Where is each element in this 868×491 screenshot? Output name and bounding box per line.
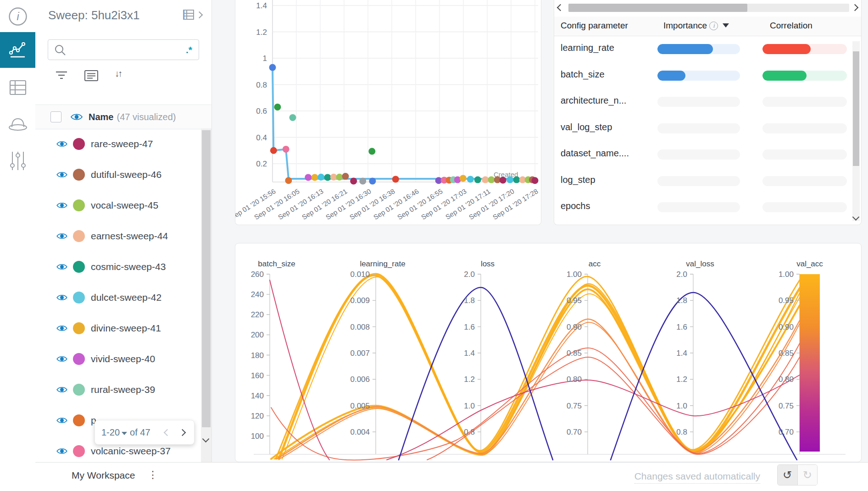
horizontal-scrollbar[interactable]	[568, 4, 849, 12]
next-page-button[interactable]	[179, 429, 186, 436]
redo-button[interactable]: ↻	[798, 465, 818, 485]
svg-text:0.95: 0.95	[779, 296, 794, 305]
pagination-pill: 1-20 of 47	[95, 420, 195, 445]
importance-row[interactable]: architecture_n...	[554, 88, 852, 115]
info-nav-button[interactable]: i	[0, 0, 35, 33]
importance-row[interactable]: dataset_name....	[554, 141, 852, 168]
kebab-menu-icon[interactable]: ⋮	[148, 469, 158, 481]
eye-icon[interactable]	[56, 140, 68, 148]
eye-icon[interactable]	[56, 263, 68, 271]
charts-nav-button[interactable]	[0, 32, 35, 68]
open-runs-table-button[interactable]	[183, 9, 202, 20]
run-name[interactable]: divine-sweep-41	[91, 323, 161, 334]
correlation-column-label[interactable]: Correlation	[770, 21, 812, 31]
run-name[interactable]: rural-sweep-39	[91, 384, 155, 395]
run-name[interactable]: earnest-sweep-44	[91, 231, 168, 242]
svg-text:2.0: 2.0	[676, 270, 687, 279]
eye-icon[interactable]	[56, 324, 68, 332]
config-parameter-column-label: Config parameter	[561, 21, 628, 31]
svg-text:240: 240	[251, 290, 264, 299]
correlation-bar-track	[762, 149, 847, 160]
eye-icon[interactable]	[56, 232, 68, 240]
eye-icon[interactable]	[56, 201, 68, 210]
run-row[interactable]: dulcet-sweep-42	[35, 282, 200, 313]
group-list-icon[interactable]	[84, 70, 98, 82]
importance-column-label[interactable]: Importance i	[663, 21, 729, 31]
run-name[interactable]: dutiful-sweep-46	[91, 169, 161, 180]
eye-icon[interactable]	[56, 355, 68, 363]
run-row[interactable]: vivid-sweep-40	[35, 343, 200, 374]
parameter-name: architecture_n...	[561, 95, 626, 106]
svg-text:0.8: 0.8	[464, 428, 475, 436]
hscroll-right-icon[interactable]	[851, 4, 859, 11]
search-icon	[54, 44, 66, 56]
regex-toggle[interactable]: .*	[186, 44, 192, 55]
sort-icon[interactable]: ↓↑	[115, 68, 121, 79]
parallel-coordinates-chart[interactable]: 260240220200180160140120100batch_size0.0…	[235, 243, 861, 462]
svg-text:1.2: 1.2	[464, 375, 475, 384]
eye-icon[interactable]	[56, 293, 68, 302]
run-name[interactable]: volcanic-sweep-37	[91, 446, 171, 457]
importance-row[interactable]: val_log_step	[554, 115, 852, 142]
run-row[interactable]: earnest-sweep-44	[35, 221, 200, 251]
sweep-title: Sweep: 5hu2i3x1	[48, 8, 139, 22]
table-nav-button[interactable]	[0, 70, 35, 105]
scrollbar-thumb[interactable]	[568, 4, 747, 12]
importance-row[interactable]: epochs	[554, 194, 852, 221]
info-icon[interactable]: i	[709, 22, 718, 30]
scrollbar-thumb[interactable]	[202, 130, 211, 427]
eye-icon[interactable]	[56, 171, 68, 179]
parameter-name: log_step	[561, 175, 595, 185]
eye-icon[interactable]	[56, 386, 68, 394]
svg-text:200: 200	[251, 331, 264, 339]
parameter-name: val_log_step	[561, 122, 612, 132]
run-row[interactable]: vocal-sweep-45	[35, 190, 200, 221]
scroll-down-icon[interactable]	[202, 436, 210, 443]
prev-page-button[interactable]	[164, 429, 171, 436]
select-all-checkbox[interactable]	[50, 111, 61, 122]
eye-icon[interactable]	[56, 416, 68, 425]
run-name[interactable]: rare-sweep-47	[91, 138, 153, 149]
page-range[interactable]: 1-20	[101, 427, 120, 438]
visibility-all-eye-icon[interactable]	[70, 112, 83, 121]
svg-text:0.8: 0.8	[256, 81, 267, 89]
svg-text:180: 180	[251, 351, 264, 360]
sweeps-nav-button[interactable]	[0, 106, 35, 142]
run-list-scrollbar[interactable]	[201, 128, 211, 462]
run-search-input[interactable]: .*	[48, 39, 199, 60]
hscroll-left-icon[interactable]	[557, 4, 564, 11]
svg-text:1.4: 1.4	[464, 349, 475, 358]
page-total: of 47	[130, 427, 150, 438]
importance-row[interactable]: batch_size	[554, 62, 852, 89]
undo-button[interactable]: ↺	[778, 465, 798, 485]
run-row[interactable]: cosmic-sweep-43	[35, 251, 200, 282]
undo-redo-group: ↺ ↻	[777, 464, 818, 485]
run-name[interactable]: dulcet-sweep-42	[91, 292, 161, 303]
run-row[interactable]: rare-sweep-47	[35, 128, 200, 159]
svg-text:260: 260	[251, 270, 264, 279]
runs-scatter-chart[interactable]: 1.41.210.80.60.40.2Sep 01 '20 15:56Sep 0…	[235, 0, 541, 225]
run-row[interactable]: rural-sweep-39	[35, 374, 200, 405]
svg-text:100: 100	[251, 432, 264, 441]
svg-text:0.008: 0.008	[350, 323, 370, 331]
svg-text:0.005: 0.005	[350, 402, 370, 410]
importance-row[interactable]: learning_rate	[554, 36, 852, 62]
run-row[interactable]: divine-sweep-41	[35, 313, 200, 343]
run-name[interactable]: vocal-sweep-45	[91, 200, 158, 211]
vertical-scrollbar[interactable]	[852, 41, 860, 221]
importance-row[interactable]: log_step	[554, 168, 852, 194]
scrollbar-thumb[interactable]	[853, 51, 859, 166]
eye-icon[interactable]	[56, 447, 68, 455]
page-size-caret-icon[interactable]	[122, 432, 127, 435]
correlation-bar	[762, 44, 811, 54]
correlation-bar	[762, 71, 807, 81]
run-name[interactable]: vivid-sweep-40	[91, 353, 155, 364]
filter-icon[interactable]	[55, 70, 68, 81]
settings-nav-button[interactable]	[0, 143, 35, 179]
run-row[interactable]: dutiful-sweep-46	[35, 159, 200, 190]
run-name[interactable]: cosmic-sweep-43	[91, 261, 166, 272]
workspace-label[interactable]: My Workspace	[72, 470, 135, 481]
importance-bar-track	[657, 202, 740, 212]
svg-text:0.80: 0.80	[779, 375, 794, 384]
svg-text:0.70: 0.70	[779, 428, 794, 436]
